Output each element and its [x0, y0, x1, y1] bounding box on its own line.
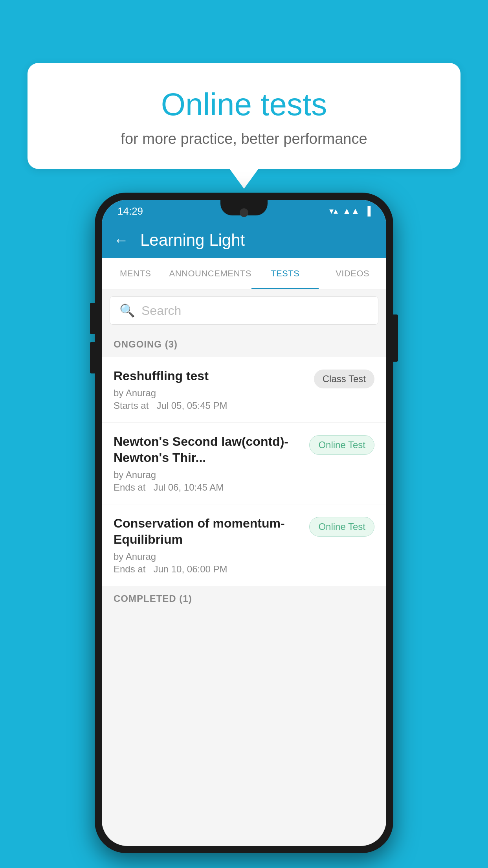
ongoing-section-title: ONGOING (3) [114, 339, 178, 349]
test-badge-online: Online Test [309, 517, 374, 537]
search-bar[interactable]: 🔍 Search [110, 296, 378, 325]
test-author: by Anurag [114, 551, 301, 562]
test-time: Starts at Jul 05, 05:45 PM [114, 400, 306, 411]
test-item[interactable]: Conservation of momentum-Equilibrium by … [102, 504, 386, 586]
search-container: 🔍 Search [102, 289, 386, 332]
search-icon: 🔍 [119, 303, 135, 318]
test-item[interactable]: Reshuffling test by Anurag Starts at Jul… [102, 357, 386, 423]
test-info: Conservation of momentum-Equilibrium by … [114, 515, 309, 575]
test-time: Ends at Jun 10, 06:00 PM [114, 564, 301, 575]
tab-ments[interactable]: MENTS [102, 258, 169, 289]
tab-bar: MENTS ANNOUNCEMENTS TESTS VIDEOS [102, 258, 386, 289]
tab-tests[interactable]: TESTS [251, 258, 319, 289]
test-author: by Anurag [114, 388, 306, 399]
power-button [393, 314, 398, 362]
phone-notch [220, 200, 268, 215]
bubble-subtitle: for more practice, better performance [43, 131, 445, 147]
bubble-title: Online tests [43, 86, 445, 123]
front-camera [240, 208, 248, 217]
test-name: Reshuffling test [114, 368, 306, 384]
test-info: Newton's Second law(contd)-Newton's Thir… [114, 434, 309, 493]
phone-device: 14:29 ▾▴ ▲▲ ▐ ← Learning Light MENTS ANN… [95, 193, 393, 853]
volume-down-button [90, 342, 95, 373]
promo-bubble: Online tests for more practice, better p… [28, 63, 460, 169]
signal-icon: ▲▲ [343, 206, 360, 216]
volume-up-button [90, 303, 95, 334]
completed-section-header: COMPLETED (1) [102, 586, 386, 611]
status-time: 14:29 [117, 205, 143, 217]
ongoing-section-header: ONGOING (3) [102, 332, 386, 357]
test-badge-class: Class Test [314, 370, 374, 388]
battery-icon: ▐ [364, 206, 371, 216]
app-title: Learning Light [140, 231, 245, 250]
test-list: Reshuffling test by Anurag Starts at Jul… [102, 357, 386, 586]
phone-screen: 14:29 ▾▴ ▲▲ ▐ ← Learning Light MENTS ANN… [102, 200, 386, 846]
test-time: Ends at Jul 06, 10:45 AM [114, 482, 301, 493]
test-author: by Anurag [114, 469, 301, 480]
app-header: ← Learning Light [102, 223, 386, 258]
phone-outer-shell: 14:29 ▾▴ ▲▲ ▐ ← Learning Light MENTS ANN… [95, 193, 393, 853]
test-info: Reshuffling test by Anurag Starts at Jul… [114, 368, 314, 411]
wifi-icon: ▾▴ [329, 206, 338, 216]
completed-section-title: COMPLETED (1) [114, 593, 192, 604]
test-name: Newton's Second law(contd)-Newton's Thir… [114, 434, 301, 466]
status-icons: ▾▴ ▲▲ ▐ [329, 206, 371, 216]
test-item[interactable]: Newton's Second law(contd)-Newton's Thir… [102, 423, 386, 504]
test-badge-online: Online Test [309, 435, 374, 455]
test-name: Conservation of momentum-Equilibrium [114, 515, 301, 548]
back-button[interactable]: ← [114, 232, 128, 249]
tab-videos[interactable]: VIDEOS [319, 258, 386, 289]
search-placeholder: Search [141, 303, 181, 318]
tab-announcements[interactable]: ANNOUNCEMENTS [169, 258, 251, 289]
